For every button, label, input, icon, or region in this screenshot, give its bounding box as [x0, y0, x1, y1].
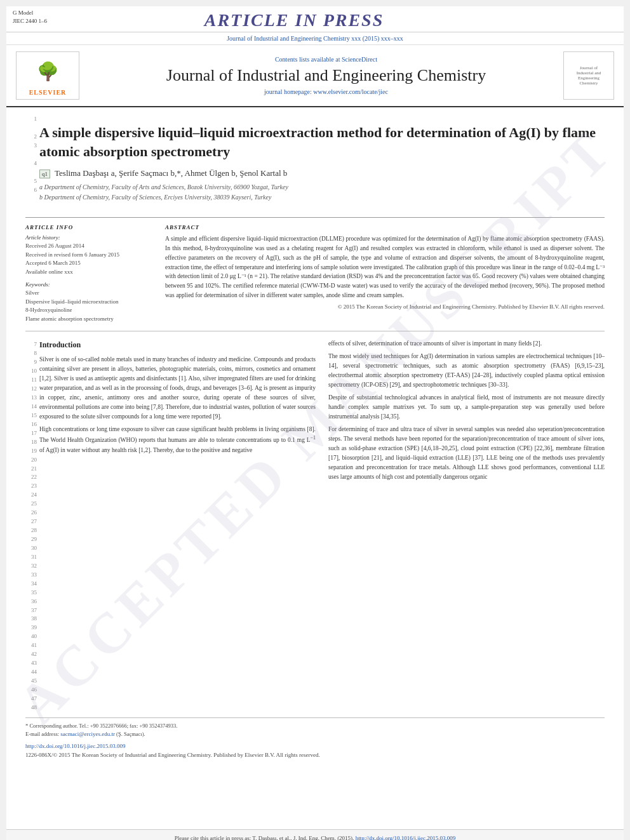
- journal-logo-right: Journal ofIndustrial andEngineeringChemi…: [563, 51, 614, 100]
- body-two-col: Introduction Silver is one of so-called …: [39, 339, 605, 485]
- article-title: A simple dispersive liquid–liquid microe…: [39, 123, 605, 161]
- authors-text: Teslima Daşbaşı a, Şerife Saçmacı b,*, A…: [55, 168, 287, 178]
- article-info-heading: ARTICLE INFO: [25, 224, 152, 230]
- received-date: Received 26 August 2014: [25, 242, 152, 251]
- body-content: Introduction Silver is one of so-called …: [39, 339, 605, 712]
- section-divider: [25, 331, 605, 331]
- science-direct-link[interactable]: ScienceDirect: [342, 56, 377, 63]
- affiliations: a Department of Chemistry, Faculty of Ar…: [39, 182, 605, 203]
- contents-available: Contents lists available at ScienceDirec…: [89, 56, 563, 63]
- journal-homepage: journal homepage: www.elsevier.com/locat…: [89, 88, 563, 95]
- elsevier-tree-img: 🌳: [22, 55, 73, 87]
- copyright-line: © 2015 The Korean Society of Industrial …: [165, 303, 605, 310]
- keyword-1: Silver: [25, 289, 152, 298]
- keywords-section: Keywords: Silver Dispersive liquid–liqui…: [25, 281, 152, 323]
- doi-link[interactable]: http://dx.doi.org/10.1016/j.jiec.2015.03…: [25, 743, 126, 749]
- title-line-numbers: 1 2 3 4 5 6: [25, 114, 39, 208]
- info-abstract-section: ARTICLE INFO Article history: Received 2…: [25, 217, 605, 323]
- abstract-text: A simple and efficient dispersive liquid…: [165, 234, 605, 300]
- right-para-3: Despite of substantial technological adv…: [328, 393, 605, 422]
- journal-link-text: Journal of Industrial and Engineering Ch…: [227, 35, 403, 42]
- corresponding-note: * Corresponding author. Tel.: +90 352207…: [25, 722, 605, 730]
- history-label: Article history:: [25, 234, 152, 241]
- high-text: high: [382, 474, 393, 480]
- elsevier-text: ELSEVIER: [29, 89, 67, 96]
- footnote-section: * Corresponding author. Tel.: +90 352207…: [25, 717, 605, 759]
- homepage-link[interactable]: www.elsevier.com/locate/jiec: [313, 88, 388, 95]
- main-content: 1 2 3 4 5 6 A simple dispersive liquid–l…: [6, 107, 624, 829]
- article-info-col: ARTICLE INFO Article history: Received 2…: [25, 224, 152, 323]
- model-info: G Model JIEC 2440 1–6: [13, 9, 47, 25]
- body-col-right: effects of silver, determination of trac…: [328, 339, 605, 485]
- intro-para-1: Silver is one of so-called noble metals …: [39, 355, 316, 422]
- article-in-press-text: ARTICLE IN PRESS: [204, 10, 384, 30]
- title-section-wrapper: 1 2 3 4 5 6 A simple dispersive liquid–l…: [25, 114, 605, 208]
- abstract-heading: ABSTRACT: [165, 224, 605, 230]
- page: ACCEPTED MANUSCRIPT G Model JIEC 2440 1–…: [6, 6, 624, 840]
- email-label: E-mail address:: [25, 731, 59, 737]
- body-col-left: Introduction Silver is one of so-called …: [39, 339, 316, 485]
- journal-header: 🌳 ELSEVIER Contents lists available at S…: [6, 45, 624, 107]
- bottom-cite-bar: Please cite this article in press as: T.…: [6, 829, 624, 840]
- title-content-area: A simple dispersive liquid–liquid microe…: [39, 114, 605, 208]
- g-model: G Model: [13, 9, 47, 17]
- q1-badge: q1: [39, 170, 50, 178]
- affil-2: b Department of Chemistry, Faculty of Sc…: [39, 192, 605, 203]
- accepted-date: Accepted 6 March 2015: [25, 259, 152, 268]
- journal-title-main: Journal of Industrial and Engineering Ch…: [89, 66, 563, 85]
- right-para-4: For determining of trace and ultra trace…: [328, 425, 605, 482]
- journal-logo-text: Journal ofIndustrial andEngineeringChemi…: [577, 65, 601, 86]
- available-online: Available online xxx: [25, 268, 152, 277]
- journal-title-center: Contents lists available at ScienceDirec…: [89, 51, 563, 100]
- right-para-2: The most widely used techniques for Ag(I…: [328, 352, 605, 390]
- top-banner: G Model JIEC 2440 1–6 ARTICLE IN PRESS: [6, 6, 624, 32]
- abstract-col: ABSTRACT A simple and efficient dispersi…: [165, 224, 605, 323]
- revised-date: Received in revised form 6 January 2015: [25, 251, 152, 260]
- elsevier-logo: 🌳 ELSEVIER: [16, 51, 79, 100]
- right-para-1: effects of silver, determination of trac…: [328, 339, 605, 349]
- keyword-4: Flame atomic absorption spectrometry: [25, 315, 152, 324]
- email-suffix: (Ş. Saçmacı).: [116, 731, 145, 737]
- authors-line: q1 Teslima Daşbaşı a, Şerife Saçmacı b,*…: [39, 168, 605, 178]
- jiec-code: JIEC 2440 1–6: [13, 17, 47, 25]
- email-line: E-mail address: sacmaci@erciyes.edu.tr (…: [25, 730, 605, 739]
- body-wrapper: 7 8 9 10 11 12 13 14 15 16 17 18 19 20 2…: [25, 339, 605, 712]
- cite-doi-link[interactable]: http://dx.doi.org/10.1016/j.jiec.2015.03…: [356, 835, 456, 840]
- intro-para-2: High concentrations or long time exposur…: [39, 425, 316, 455]
- article-title-section: A simple dispersive liquid–liquid microe…: [39, 114, 605, 208]
- cite-text: Please cite this article in press as: T.…: [175, 835, 354, 840]
- tree-icon: 🌳: [37, 61, 59, 82]
- article-in-press-banner: ARTICLE IN PRESS: [47, 9, 541, 30]
- affil-1: a Department of Chemistry, Faculty of Ar…: [39, 182, 605, 192]
- keywords-heading: Keywords:: [25, 281, 152, 288]
- intro-heading: Introduction: [39, 339, 316, 351]
- keyword-3: 8-Hydroxyquinoline: [25, 306, 152, 315]
- body-line-numbers-left: 7 8 9 10 11 12 13 14 15 16 17 18 19 20 2…: [25, 339, 39, 712]
- journal-link-bar: Journal of Industrial and Engineering Ch…: [6, 32, 624, 45]
- email-link[interactable]: sacmaci@erciyes.edu.tr: [60, 731, 115, 737]
- issn-line: 1226-086X/© 2015 The Korean Society of I…: [25, 751, 605, 760]
- doi-line: http://dx.doi.org/10.1016/j.jiec.2015.03…: [25, 742, 605, 751]
- keyword-2: Dispersive liquid–liquid microextraction: [25, 298, 152, 307]
